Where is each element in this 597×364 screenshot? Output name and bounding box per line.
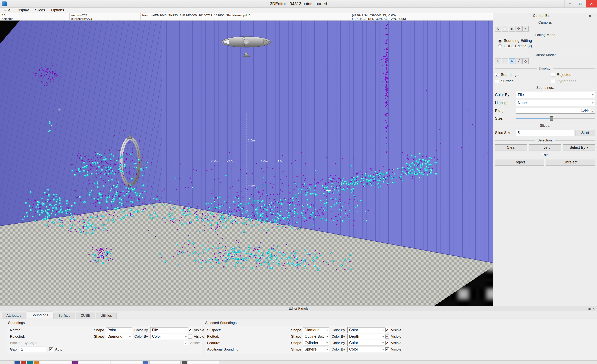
radio-cube-editing[interactable]: CUBE Editing (k) bbox=[498, 44, 593, 48]
taskbar-app-icon[interactable] bbox=[21, 361, 26, 364]
menu-file[interactable]: File bbox=[1, 8, 14, 13]
cursor-polygon-button[interactable]: ◇ bbox=[522, 58, 529, 64]
checkbox-icon bbox=[495, 79, 499, 83]
color-by-combo[interactable]: Depth ▾ bbox=[347, 334, 385, 339]
shape-combo[interactable]: Outline Box ▾ bbox=[303, 334, 329, 339]
color-by-label: Color By bbox=[134, 334, 148, 339]
dock-float-icon[interactable]: ▣ bbox=[588, 307, 591, 310]
color-by-combo[interactable]: Color ▾ bbox=[347, 327, 385, 333]
check-soundings[interactable]: Soundings bbox=[495, 73, 550, 77]
shape-label: Shape bbox=[291, 348, 301, 352]
taskbar-window-button[interactable] bbox=[111, 361, 142, 364]
shape-combo[interactable]: Diamond ▾ bbox=[303, 327, 329, 333]
maximize-icon: □ bbox=[579, 2, 581, 6]
invert-button[interactable]: Invert bbox=[529, 144, 561, 151]
unreject-button[interactable]: Unreject bbox=[546, 159, 595, 166]
visible-toggle[interactable]: Visible bbox=[188, 328, 204, 332]
row-feature: Feature: Shape Cylinder ▾ Color By Color… bbox=[207, 340, 397, 346]
color-by-label: Color By bbox=[331, 348, 345, 352]
taskbar-window-button[interactable] bbox=[79, 361, 110, 364]
rotate-icon: ↻ bbox=[497, 27, 499, 31]
minimize-icon: ─ bbox=[569, 2, 571, 6]
color-by-combo[interactable]: File ▾ bbox=[516, 92, 595, 98]
tab-soundings[interactable]: Soundings bbox=[27, 311, 53, 319]
taskbar-app-icon[interactable] bbox=[72, 361, 78, 364]
check-hypotheses: Hypotheses bbox=[551, 79, 596, 83]
tab-surface[interactable]: Surface bbox=[54, 313, 75, 319]
color-by-combo[interactable]: Color ▾ bbox=[347, 347, 385, 352]
control-bar-panel: Control Bar ▣ ✕ Camera: ↻ ⊞ ◉ ✛ ⌖ Editin… bbox=[493, 13, 597, 306]
editor-tabs: Attributes Soundings Surface CUBE Utilit… bbox=[0, 311, 597, 319]
shape-combo[interactable]: Sphere ▾ bbox=[303, 347, 329, 352]
taskbar-app-icon[interactable] bbox=[15, 361, 20, 364]
chevron-down-icon: ▾ bbox=[381, 348, 384, 351]
check-rejected[interactable]: Rejected bbox=[551, 73, 596, 77]
maximize-button[interactable]: □ bbox=[575, 0, 586, 8]
taskbar-app-icon[interactable] bbox=[27, 361, 33, 364]
radio-sounding-editing[interactable]: Sounding Editing bbox=[498, 39, 593, 43]
camera-focus-button[interactable]: ◉ bbox=[509, 26, 515, 32]
visible-toggle[interactable]: Visible bbox=[188, 334, 204, 339]
dock-close-icon[interactable]: ✕ bbox=[593, 14, 595, 17]
camera-reset-button[interactable]: ↻ bbox=[495, 26, 501, 32]
color-by-combo[interactable]: Color ▾ bbox=[150, 334, 188, 339]
slider-handle[interactable] bbox=[550, 116, 553, 121]
size-slider[interactable] bbox=[516, 116, 595, 121]
menu-slices[interactable]: Slices bbox=[32, 8, 48, 13]
taskbar-app-icon[interactable] bbox=[181, 361, 187, 364]
dock-float-icon[interactable]: ▣ bbox=[589, 14, 591, 17]
clear-button[interactable]: Clear bbox=[495, 144, 527, 151]
start-button[interactable]: Start bbox=[575, 130, 595, 136]
taskbar-app-icon[interactable] bbox=[34, 361, 39, 364]
auto-checkbox[interactable] bbox=[49, 348, 53, 351]
minimize-button[interactable]: ─ bbox=[565, 0, 575, 8]
tab-cube[interactable]: CUBE bbox=[76, 313, 95, 319]
close-icon: ✕ bbox=[590, 2, 593, 6]
menu-display[interactable]: Display bbox=[14, 8, 32, 13]
camera-pan-button[interactable]: ⊞ bbox=[502, 26, 508, 32]
chevron-down-icon: ▾ bbox=[325, 335, 328, 338]
taskbar-window-button[interactable] bbox=[40, 361, 71, 364]
row-suspect: Suspect: Shape Diamond ▾ Color By Color … bbox=[207, 327, 397, 333]
color-by-combo[interactable]: File ▾ bbox=[150, 327, 188, 333]
shape-combo[interactable]: Point ▾ bbox=[106, 327, 132, 333]
visible-toggle[interactable]: Visible bbox=[385, 348, 401, 352]
camera-target-button[interactable]: ⌖ bbox=[522, 26, 529, 32]
taskbar-window-button[interactable] bbox=[188, 361, 219, 364]
gap-input[interactable] bbox=[20, 347, 46, 352]
visible-toggle[interactable]: Visible bbox=[385, 334, 401, 339]
menu-options[interactable]: Options bbox=[48, 8, 67, 13]
color-by-combo[interactable]: Color ▾ bbox=[347, 340, 385, 346]
reject-button[interactable]: Reject bbox=[495, 159, 544, 166]
checkbox-icon bbox=[551, 79, 555, 83]
shape-combo[interactable]: Diamond ▾ bbox=[106, 334, 132, 339]
check-surface[interactable]: Surface bbox=[495, 79, 550, 83]
visible-toggle[interactable]: Visible bbox=[385, 341, 401, 345]
dock-close-icon[interactable]: ✕ bbox=[593, 307, 595, 310]
radio-icon bbox=[498, 39, 502, 43]
exag-spinbox[interactable]: 1.44× ▴ ▾ bbox=[516, 108, 595, 114]
chevron-down-icon: ▾ bbox=[184, 335, 187, 338]
edit-section-label: Edit: bbox=[542, 153, 549, 157]
cursor-rectangle-button[interactable]: ▭ bbox=[502, 58, 508, 64]
tab-utilities[interactable]: Utilities bbox=[96, 313, 117, 319]
taskbar-app-icon[interactable] bbox=[143, 361, 149, 364]
close-button[interactable]: ✕ bbox=[586, 0, 597, 8]
viewport-3d[interactable]: 2.0m -4.0m -2.0m 2.0m 4.0m -2.0m bbox=[0, 21, 493, 306]
select-by-button[interactable]: Select By ▾ bbox=[563, 144, 595, 151]
slice-size-input[interactable] bbox=[516, 130, 574, 136]
color-by-label: Color By bbox=[134, 328, 148, 332]
camera-move-button[interactable]: ✛ bbox=[516, 26, 522, 32]
cursor-line-button[interactable]: ╱ bbox=[516, 58, 522, 64]
focus-icon: ◉ bbox=[510, 27, 513, 31]
cursor-lasso-button[interactable]: ✎ bbox=[509, 58, 515, 64]
taskbar-window-button[interactable] bbox=[149, 361, 181, 364]
group-title: Selected Soundings bbox=[205, 321, 399, 325]
shape-combo[interactable]: Cylinder ▾ bbox=[303, 340, 329, 346]
spinner-arrows[interactable]: ▴ ▾ bbox=[590, 108, 595, 113]
visible-toggle[interactable]: Visible bbox=[385, 328, 401, 332]
chevron-down-icon: ▾ bbox=[325, 341, 328, 345]
cursor-pick-button[interactable]: ↖ bbox=[495, 58, 501, 64]
tab-attributes[interactable]: Attributes bbox=[2, 313, 26, 319]
highlight-combo[interactable]: None ▾ bbox=[516, 100, 595, 106]
